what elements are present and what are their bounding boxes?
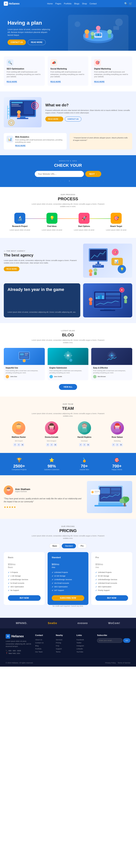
footer-link-2-2[interactable]: Instagram (76, 644, 94, 647)
hero-read-more-button[interactable]: READ MORE (28, 39, 46, 45)
nav-home[interactable]: Home (47, 2, 53, 5)
footer-subscribe-input[interactable] (97, 638, 123, 643)
svg-point-70 (89, 298, 93, 301)
agency-read-more-button[interactable]: READ MORE (4, 267, 20, 271)
footer-link-1-4[interactable]: Terms (56, 650, 74, 653)
footer-link-1-0[interactable]: Services (56, 638, 74, 641)
footer-link-0-3[interactable]: Portfolio (35, 647, 53, 650)
svg-point-4 (96, 26, 101, 30)
what-we-do-contact-button[interactable]: CONTACT US (65, 117, 81, 122)
team-avatar-0 (12, 421, 25, 435)
analytics-read-more[interactable]: READ MORE (15, 145, 26, 147)
search-icon[interactable]: 🔍 (124, 2, 128, 5)
nav-pages[interactable]: Pages (55, 2, 61, 5)
pricing-tabs: Basic Standard Pro (4, 544, 132, 548)
team-member-0-social: f t in (4, 443, 34, 446)
website-seo-label: WEBSITE'S SEO (4, 160, 132, 162)
plan-pro-price: $59/mo (95, 560, 128, 566)
testimonial-text: "They have great service, quality produc… (4, 497, 83, 503)
svg-rect-64 (106, 297, 120, 300)
footer-link-0-4[interactable]: Our Team (35, 650, 53, 653)
satisfied-icon: ⭐ (36, 458, 67, 463)
svg-rect-81 (20, 353, 24, 355)
svg-rect-14 (98, 33, 99, 36)
partner-1[interactable]: SeaGo (48, 622, 57, 625)
team-avatar-2 (78, 421, 91, 435)
linkedin-icon-3[interactable]: in (120, 443, 123, 446)
linkedin-icon-1[interactable]: in (54, 443, 57, 446)
svg-rect-108 (82, 428, 87, 429)
team-member-3-role: Marketing (114, 440, 121, 442)
stat-1-value: 98% (36, 464, 67, 469)
twitter-icon-0[interactable]: t (17, 443, 20, 446)
check-submit-button[interactable]: NEXT → (86, 171, 101, 177)
hero-contact-button[interactable]: CONTACT US (7, 39, 26, 45)
pricing-tab-pro[interactable]: Pro (77, 544, 87, 548)
svg-rect-69 (102, 296, 104, 299)
feature-standard-4: SEO Optimization (52, 585, 84, 589)
nav-shop[interactable]: Shop (82, 2, 87, 5)
partner-0[interactable]: MPANO. (16, 622, 27, 625)
nav-portfolio[interactable]: Portfolio (64, 2, 71, 5)
team-section: OUR TEAM TEAM Lorem ipsum dolor sit amet… (0, 397, 136, 453)
social-read-more[interactable]: READ MORE (50, 81, 61, 83)
feature-pro-5: Priority Support (95, 589, 128, 592)
nav-blogs[interactable]: Blogs (74, 2, 79, 5)
footer-privacy-link[interactable]: Privacy Policy (105, 662, 116, 664)
nav-actions: 🔍 🛒 (124, 2, 132, 5)
blog-section-label: LATEST BLOG (4, 330, 132, 332)
pricing-tab-standard[interactable]: Standard (62, 544, 76, 548)
footer-link-0-0[interactable]: About Us (35, 638, 53, 641)
blog-view-all-button[interactable]: VIEW ALL (59, 384, 77, 390)
linkedin-icon-2[interactable]: in (87, 443, 90, 446)
twitter-icon-3[interactable]: t (116, 443, 119, 446)
footer-logo: H Helianex (6, 634, 32, 639)
seo-read-more[interactable]: READ MORE (7, 81, 17, 83)
pricing-btn-standard[interactable]: SUBSCRIBE NOW (52, 595, 84, 601)
plan-basic-features: 5 Projects 1 GB Storage LimitedDesign Se… (8, 571, 41, 592)
pricing-tab-basic[interactable]: Basic (49, 544, 60, 548)
footer-link-2-4[interactable]: YouTube (76, 650, 94, 653)
svg-rect-23 (11, 105, 21, 106)
stat-3: 🎯 700+ Happy Clients (102, 458, 132, 470)
digital-read-more[interactable]: READ MORE (94, 81, 104, 83)
footer-terms-link[interactable]: Terms of Service (118, 662, 130, 664)
footer-link-0-1[interactable]: Contact Us (35, 641, 53, 644)
facebook-icon-1[interactable]: f (46, 443, 49, 446)
nav-contact[interactable]: Contact (90, 2, 97, 5)
footer-link-1-1[interactable]: Pricing (56, 641, 74, 644)
footer-subscribe-button[interactable]: GO (123, 638, 130, 643)
process-steps: 🔬 Research Project Lorem ipsum dolor sit… (4, 213, 132, 231)
pricing-btn-basic[interactable]: BUY NOW (8, 595, 41, 601)
svg-point-56 (89, 269, 93, 273)
footer-link-2-0[interactable]: Facebook (76, 638, 94, 641)
partner-3[interactable]: WoCom! (108, 622, 120, 625)
linkedin-icon-0[interactable]: in (21, 443, 24, 446)
svg-rect-46 (93, 266, 95, 266)
facebook-icon-3[interactable]: f (112, 443, 115, 446)
check-section: WEBSITE'S SEO CHECK YOUR NEXT → · · · · … (0, 155, 136, 187)
footer-address: 📍 New York, USA (6, 652, 32, 654)
team-member-1-name: Donna Estrade (37, 436, 67, 438)
pricing-btn-pro[interactable]: BUY NOW (95, 595, 128, 601)
footer-link-2-3[interactable]: LinkedIn (76, 647, 94, 650)
facebook-icon-0[interactable]: f (13, 443, 16, 446)
twitter-icon-2[interactable]: t (83, 443, 86, 446)
footer-col-0-title: Contact (35, 634, 53, 636)
research-icon: 🔬 (14, 213, 25, 224)
footer-link-2-1[interactable]: Twitter (76, 641, 94, 644)
what-we-do-read-more-button[interactable]: READ MORE → (45, 117, 63, 122)
pricing-grid: Basic $59/mo Basic 5 Projects 1 GB Stora… (4, 552, 132, 605)
svg-point-6 (107, 30, 112, 34)
facebook-icon-2[interactable]: f (79, 443, 82, 446)
twitter-icon-1[interactable]: t (50, 443, 53, 446)
pricing-card-standard: Standard $69/mo /mo Unlimited Projects 1… (47, 552, 89, 605)
cart-icon[interactable]: 🛒 (129, 2, 132, 5)
check-url-input[interactable] (35, 171, 84, 177)
partner-2[interactable]: evoseo (77, 622, 88, 625)
footer-link-1-3[interactable]: Support (56, 647, 74, 650)
hero-description: Lorem ipsum dolor sit amet, consectetur … (7, 28, 53, 36)
footer-bottom-links: Privacy Policy Terms of Service (105, 662, 130, 664)
footer-link-1-2[interactable]: FAQ (56, 644, 74, 647)
footer-link-0-2[interactable]: Blog (35, 644, 53, 647)
